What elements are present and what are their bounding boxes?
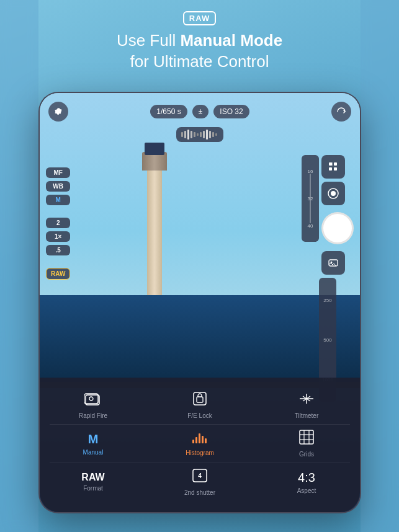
svg-rect-25 (197, 397, 203, 402)
left-controls: MF WB M 2 1× .5 RAW (46, 167, 70, 280)
headline: Use Full Manual Mode for Ultimate Contro… (0, 30, 399, 73)
svg-rect-5 (197, 133, 199, 136)
rapid-fire-label: Rapid Fire (79, 412, 107, 419)
iso-display: ISO 32 (213, 105, 249, 118)
svg-point-23 (89, 397, 93, 401)
svg-rect-28 (192, 440, 194, 443)
zoom-half-button[interactable]: .5 (46, 245, 70, 255)
raw-badge: RAW (183, 11, 216, 25)
flip-camera-button[interactable] (331, 102, 351, 122)
headline-line2: for Ultimate Control (130, 52, 269, 71)
audio-meter (176, 127, 223, 142)
shutter-button[interactable] (321, 212, 354, 244)
exp-val-40: 40 (308, 223, 313, 229)
sh-val-500: 500 (323, 337, 331, 343)
svg-rect-4 (194, 132, 195, 137)
svg-rect-30 (199, 433, 200, 443)
svg-rect-33 (300, 430, 313, 444)
photo-icon (328, 258, 338, 268)
svg-text:4: 4 (198, 472, 202, 479)
svg-rect-9 (209, 131, 211, 138)
svg-rect-24 (194, 392, 206, 405)
svg-rect-32 (205, 438, 207, 443)
fe-lock-icon (192, 391, 208, 410)
camera-icon (328, 188, 339, 199)
aspect-text: 4:3 (298, 471, 315, 485)
svg-rect-13 (334, 162, 337, 166)
hud-top: 1/650 s ± ISO 32 (40, 102, 360, 122)
raw-format-label: Format (83, 485, 103, 492)
track-line (310, 174, 311, 223)
svg-rect-15 (334, 167, 337, 171)
histogram-icon (191, 431, 208, 447)
bottom-panel: Rapid Fire F/E Lock (40, 378, 360, 512)
exposure-track[interactable]: 16 32 40 (302, 155, 319, 242)
manual-mode-badge[interactable]: M (46, 195, 70, 205)
svg-rect-2 (187, 130, 189, 140)
blur-right (361, 0, 399, 532)
rapid-fire-item[interactable]: Rapid Fire (40, 386, 146, 424)
top-section: RAW Use Full Manual Mode for Ultimate Co… (0, 11, 399, 73)
svg-rect-19 (329, 260, 338, 266)
raw-format-text: RAW (81, 472, 104, 482)
settings-button[interactable] (48, 102, 68, 122)
svg-rect-31 (202, 436, 204, 443)
phone-frame: 1/650 s ± ISO 32 (38, 92, 361, 513)
svg-rect-29 (195, 437, 197, 443)
svg-rect-0 (181, 132, 183, 137)
aspect-label: Aspect (297, 487, 316, 494)
raw-format-item[interactable]: RAW Format (40, 463, 146, 501)
ev-icon: ± (192, 105, 209, 118)
blur-left (0, 0, 38, 532)
headline-normal: Use Full (117, 31, 181, 50)
svg-rect-7 (203, 131, 205, 138)
histogram-label: Histogram (186, 450, 214, 456)
grids-icon (299, 430, 314, 448)
tiltmeter-item[interactable]: Tiltmeter (253, 386, 360, 424)
zoom-1x-button[interactable]: 1× (46, 231, 70, 242)
fe-lock-label: F/E Lock (187, 412, 212, 419)
svg-rect-10 (212, 132, 214, 137)
grid-icon (328, 162, 338, 172)
aspect-item[interactable]: 4:3 Aspect (253, 463, 360, 501)
second-shutter-item[interactable]: 4 2nd shutter (146, 463, 253, 501)
svg-rect-1 (184, 131, 186, 138)
svg-rect-14 (329, 167, 332, 171)
tiltmeter-icon (298, 391, 315, 410)
hud-center: 1/650 s ± ISO 32 (150, 105, 249, 118)
manual-label: Manual (83, 449, 104, 456)
bottom-grid: Rapid Fire F/E Lock (40, 386, 360, 501)
shutter-speed-display: 1/650 s (150, 105, 187, 118)
photo-library-btn[interactable] (321, 251, 345, 275)
svg-rect-16 (331, 162, 333, 166)
fe-lock-item[interactable]: F/E Lock (146, 386, 253, 424)
grids-label: Grids (299, 451, 314, 458)
lh-lantern (145, 143, 164, 155)
svg-point-18 (331, 191, 336, 196)
audio-meter-bars (181, 130, 218, 140)
svg-rect-6 (200, 132, 202, 137)
wb-button[interactable]: WB (46, 181, 70, 192)
timer-icon: 4 (191, 468, 208, 487)
sh-val-250: 250 (323, 298, 331, 303)
gear-icon (53, 107, 63, 117)
headline-bold: Manual Mode (180, 31, 282, 50)
right-controls: 16 32 40 (302, 155, 354, 405)
second-shutter-label: 2nd shutter (184, 489, 215, 496)
raw-badge-left[interactable]: RAW (46, 268, 70, 280)
tiltmeter-label: Tiltmeter (295, 412, 319, 419)
histogram-item[interactable]: Histogram (146, 425, 253, 463)
manual-text-icon: M (88, 432, 99, 446)
grid-btn[interactable] (321, 155, 345, 179)
left-divider1 (46, 208, 70, 215)
grids-item[interactable]: Grids (253, 425, 360, 463)
flip-icon (336, 107, 346, 117)
mf-button[interactable]: MF (46, 167, 70, 178)
zoom-2-button[interactable]: 2 (46, 218, 70, 228)
manual-item[interactable]: M Manual (40, 425, 146, 463)
svg-rect-8 (206, 130, 208, 140)
rapid-fire-icon (84, 391, 102, 410)
left-divider2 (46, 259, 70, 265)
capture-btn[interactable] (321, 182, 345, 205)
svg-rect-3 (191, 131, 192, 138)
